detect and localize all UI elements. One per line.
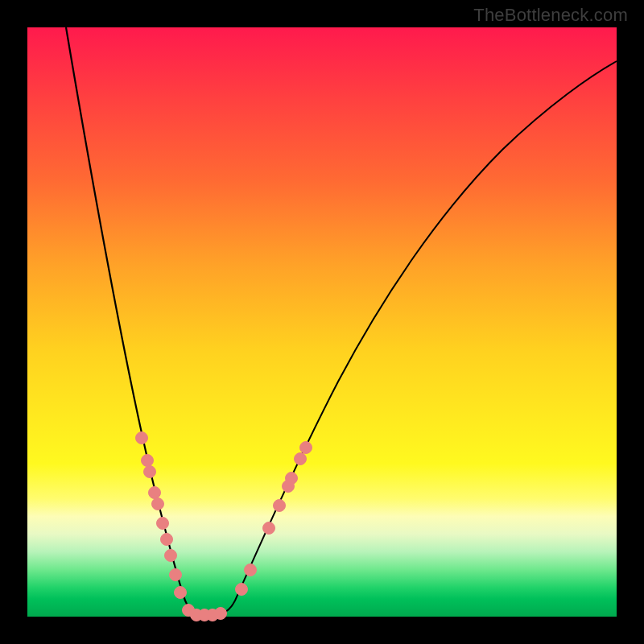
data-point	[157, 518, 169, 530]
right-curve	[214, 61, 617, 615]
data-point	[136, 432, 148, 444]
data-point	[144, 466, 156, 478]
data-point	[215, 608, 227, 620]
chart-svg	[27, 27, 617, 617]
data-point	[152, 498, 164, 510]
data-point	[274, 500, 286, 512]
scatter-group	[136, 432, 312, 621]
outer-frame: TheBottleneck.com	[0, 0, 644, 644]
plot-area	[27, 27, 617, 617]
data-point	[149, 487, 161, 499]
data-point	[236, 584, 248, 596]
data-point	[165, 550, 177, 562]
data-point	[286, 473, 298, 485]
data-point	[245, 564, 257, 576]
data-point	[170, 569, 182, 581]
watermark-text: TheBottleneck.com	[473, 5, 628, 26]
left-curve	[66, 27, 214, 615]
data-point	[142, 455, 154, 467]
data-point	[263, 522, 275, 535]
data-point	[175, 587, 187, 599]
data-point	[295, 453, 307, 465]
data-point	[300, 442, 312, 454]
data-point	[161, 534, 173, 546]
